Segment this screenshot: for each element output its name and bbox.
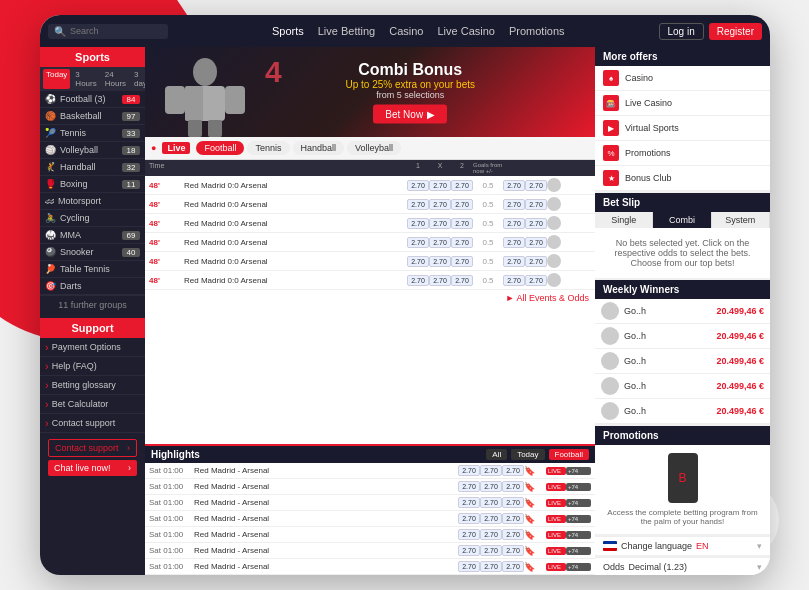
- support-glossary[interactable]: Betting glossary: [40, 376, 145, 395]
- goals-1-btn[interactable]: 2.70: [503, 199, 525, 210]
- odds-x-btn[interactable]: 2.70: [429, 180, 451, 191]
- odds-x-btn[interactable]: 2.70: [429, 256, 451, 267]
- goals-1-btn[interactable]: 2.70: [503, 256, 525, 267]
- sport-item-motorsport[interactable]: 🏎 Motorsport: [40, 193, 145, 210]
- goals-1-btn[interactable]: 2.70: [503, 180, 525, 191]
- hl-bookmark-icon[interactable]: 🔖: [524, 546, 546, 556]
- further-groups[interactable]: 11 further groups: [40, 295, 145, 314]
- goals-2-btn[interactable]: 2.70: [525, 180, 547, 191]
- odds-1-btn[interactable]: 2.70: [407, 199, 429, 210]
- hl-odds-1[interactable]: 2.70: [458, 529, 480, 540]
- goals-1-btn[interactable]: 2.70: [503, 237, 525, 248]
- filter-today[interactable]: Today: [43, 69, 70, 89]
- hl-odds-2[interactable]: 2.70: [502, 481, 524, 492]
- hl-filter-football[interactable]: Football: [549, 449, 589, 460]
- hl-odds-1[interactable]: 2.70: [458, 513, 480, 524]
- sport-item-cycling[interactable]: 🚴 Cycling: [40, 210, 145, 227]
- odds-2-btn[interactable]: 2.70: [451, 256, 473, 267]
- hl-odds-1[interactable]: 2.70: [458, 481, 480, 492]
- language-setting[interactable]: Change language EN ▾: [595, 536, 770, 555]
- hl-odds-x[interactable]: 2.70: [480, 465, 502, 476]
- hl-bookmark-icon[interactable]: 🔖: [524, 498, 546, 508]
- odds-x-btn[interactable]: 2.70: [429, 275, 451, 286]
- hl-bookmark-icon[interactable]: 🔖: [524, 482, 546, 492]
- sport-item-mma[interactable]: 🥋 MMA 69: [40, 227, 145, 244]
- bet-tab-combi[interactable]: Combi: [653, 212, 711, 228]
- extra-count[interactable]: +74: [566, 483, 591, 491]
- support-contact[interactable]: Contact support: [40, 414, 145, 433]
- extra-count[interactable]: +74: [566, 467, 591, 475]
- offer-casino[interactable]: ♠ Casino: [595, 66, 770, 91]
- hl-odds-1[interactable]: 2.70: [458, 465, 480, 476]
- odds-1-btn[interactable]: 2.70: [407, 237, 429, 248]
- sport-item-volleyball[interactable]: 🏐 Volleyball 18: [40, 142, 145, 159]
- odds-x-btn[interactable]: 2.70: [429, 218, 451, 229]
- live-tab-handball[interactable]: Handball: [293, 141, 345, 155]
- odds-1-btn[interactable]: 2.70: [407, 218, 429, 229]
- goals-1-btn[interactable]: 2.70: [503, 218, 525, 229]
- odds-1-btn[interactable]: 2.70: [407, 256, 429, 267]
- bet-now-button[interactable]: Bet Now ▶: [373, 105, 447, 124]
- support-payment[interactable]: Payment Options: [40, 338, 145, 357]
- sport-item-handball[interactable]: 🤾 Handball 32: [40, 159, 145, 176]
- odds-x-btn[interactable]: 2.70: [429, 199, 451, 210]
- odds-x-btn[interactable]: 2.70: [429, 237, 451, 248]
- odds-2-btn[interactable]: 2.70: [451, 237, 473, 248]
- odds-1-btn[interactable]: 2.70: [407, 275, 429, 286]
- hl-filter-all[interactable]: All: [486, 449, 507, 460]
- odds-2-btn[interactable]: 2.70: [451, 180, 473, 191]
- hl-odds-2[interactable]: 2.70: [502, 465, 524, 476]
- hl-odds-x[interactable]: 2.70: [480, 513, 502, 524]
- hl-bookmark-icon[interactable]: 🔖: [524, 466, 546, 476]
- hl-odds-2[interactable]: 2.70: [502, 529, 524, 540]
- sport-item-snooker[interactable]: 🎱 Snooker 40: [40, 244, 145, 261]
- offer-bonus[interactable]: ★ Bonus Club: [595, 166, 770, 191]
- hl-odds-x[interactable]: 2.70: [480, 481, 502, 492]
- sport-item-darts[interactable]: 🎯 Darts: [40, 278, 145, 295]
- hl-odds-2[interactable]: 2.70: [502, 545, 524, 556]
- nav-live-betting[interactable]: Live Betting: [318, 25, 375, 37]
- hl-odds-1[interactable]: 2.70: [458, 561, 480, 572]
- hl-odds-x[interactable]: 2.70: [480, 497, 502, 508]
- sport-item-boxing[interactable]: 🥊 Boxing 11: [40, 176, 145, 193]
- hl-odds-x[interactable]: 2.70: [480, 545, 502, 556]
- hl-odds-1[interactable]: 2.70: [458, 497, 480, 508]
- sport-item-tennis[interactable]: 🎾 Tennis 33: [40, 125, 145, 142]
- hl-odds-2[interactable]: 2.70: [502, 513, 524, 524]
- goals-1-btn[interactable]: 2.70: [503, 275, 525, 286]
- hl-odds-2[interactable]: 2.70: [502, 497, 524, 508]
- goals-2-btn[interactable]: 2.70: [525, 199, 547, 210]
- odds-2-btn[interactable]: 2.70: [451, 218, 473, 229]
- hl-odds-2[interactable]: 2.70: [502, 561, 524, 572]
- extra-count[interactable]: +74: [566, 499, 591, 507]
- support-calculator[interactable]: Bet Calculator: [40, 395, 145, 414]
- extra-count[interactable]: +74: [566, 563, 591, 571]
- support-faq[interactable]: Help (FAQ): [40, 357, 145, 376]
- hl-filter-today[interactable]: Today: [511, 449, 544, 460]
- offer-promotions[interactable]: % Promotions: [595, 141, 770, 166]
- extra-count[interactable]: +74: [566, 515, 591, 523]
- odds-setting[interactable]: Odds Decimal (1.23) ▾: [595, 557, 770, 575]
- nav-sports[interactable]: Sports: [272, 25, 304, 37]
- live-tab-football[interactable]: Football: [196, 141, 244, 155]
- hl-bookmark-icon[interactable]: 🔖: [524, 562, 546, 572]
- goals-2-btn[interactable]: 2.70: [525, 256, 547, 267]
- login-button[interactable]: Log in: [659, 23, 704, 40]
- live-tab-tennis[interactable]: Tennis: [247, 141, 289, 155]
- odds-2-btn[interactable]: 2.70: [451, 275, 473, 286]
- extra-count[interactable]: +74: [566, 531, 591, 539]
- extra-count[interactable]: +74: [566, 547, 591, 555]
- sport-item-football[interactable]: ⚽ Football (3) 84: [40, 91, 145, 108]
- filter-3d[interactable]: 3 days: [131, 69, 145, 89]
- bet-tab-single[interactable]: Single: [595, 212, 653, 228]
- search-box[interactable]: 🔍 Search: [48, 24, 168, 39]
- sport-item-basketball[interactable]: 🏀 Basketball 97: [40, 108, 145, 125]
- hl-bookmark-icon[interactable]: 🔖: [524, 514, 546, 524]
- register-button[interactable]: Register: [709, 23, 762, 40]
- goals-2-btn[interactable]: 2.70: [525, 237, 547, 248]
- all-events-link[interactable]: ► All Events & Odds: [145, 290, 595, 306]
- nav-promotions[interactable]: Promotions: [509, 25, 565, 37]
- filter-3h[interactable]: 3 Hours: [72, 69, 99, 89]
- filter-24h[interactable]: 24 Hours: [102, 69, 129, 89]
- odds-2-btn[interactable]: 2.70: [451, 199, 473, 210]
